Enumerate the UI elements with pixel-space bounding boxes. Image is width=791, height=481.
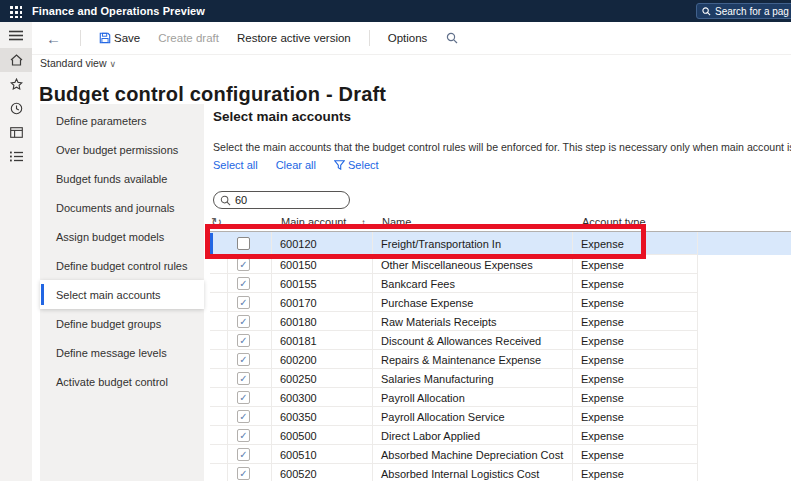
checkbox-checked[interactable]: ✓	[237, 353, 250, 366]
checkbox-checked[interactable]: ✓	[237, 315, 250, 328]
row-indicator	[210, 312, 228, 331]
column-header-name[interactable]: Name	[374, 216, 574, 228]
checkbox-checked[interactable]: ✓	[237, 467, 250, 480]
toolbar-separator	[80, 30, 81, 46]
cell-name: Payroll Allocation	[373, 388, 573, 407]
row-checkbox-cell: ✓	[228, 445, 272, 464]
back-button[interactable]: ←	[46, 31, 61, 46]
cell-name: Repairs & Maintenance Expense	[373, 350, 573, 369]
cell-main-account: 600170	[272, 293, 373, 312]
search-icon	[220, 195, 231, 206]
sidebar-item-assign-budget-models[interactable]: Assign budget models	[40, 222, 204, 251]
sidebar-item-define-budget-control-rules[interactable]: Define budget control rules	[40, 251, 204, 280]
row-indicator	[210, 350, 228, 369]
cell-main-account: 600200	[272, 350, 373, 369]
checkbox-checked[interactable]: ✓	[237, 410, 250, 423]
row-indicator	[210, 274, 228, 293]
star-icon[interactable]	[0, 72, 32, 96]
checkbox-checked[interactable]: ✓	[237, 391, 250, 404]
sidebar-item-documents-and-journals[interactable]: Documents and journals	[40, 193, 204, 222]
sidebar-item-activate-budget-control[interactable]: Activate budget control	[40, 367, 204, 396]
row-indicator	[210, 407, 228, 426]
view-selector[interactable]: Standard view ∨	[40, 57, 116, 69]
sort-ascending-icon: ↑	[361, 217, 366, 228]
cell-account-type: Expense	[573, 426, 698, 445]
sidebar-item-define-message-levels[interactable]: Define message levels	[40, 338, 204, 367]
global-search-box[interactable]: Search for a pag	[696, 3, 791, 19]
sidebar-item-define-budget-groups[interactable]: Define budget groups	[40, 309, 204, 338]
toolbar-search-button[interactable]	[446, 32, 458, 44]
table-row[interactable]: ✓600200Repairs & Maintenance ExpenseExpe…	[210, 350, 791, 369]
row-indicator	[210, 369, 228, 388]
column-header-account-type[interactable]: Account type	[574, 216, 699, 228]
cell-main-account: 600250	[272, 369, 373, 388]
checkbox-checked[interactable]: ✓	[237, 448, 250, 461]
table-row[interactable]: ✓600170Purchase ExpenseExpense	[210, 293, 791, 312]
cell-name: Raw Materials Receipts	[373, 312, 573, 331]
table-row[interactable]: ✓600150Other Miscellaneous ExpensesExpen…	[210, 255, 791, 274]
checkbox-checked[interactable]: ✓	[237, 372, 250, 385]
cell-account-type: Expense	[573, 232, 698, 255]
app-launcher-icon[interactable]	[9, 5, 22, 18]
checkbox-unchecked[interactable]	[237, 237, 250, 250]
table-row[interactable]: ✓600180Raw Materials ReceiptsExpense	[210, 312, 791, 331]
table-row[interactable]: 600120Freight/Transportation InExpense	[210, 232, 791, 255]
cell-main-account: 600350	[272, 407, 373, 426]
hamburger-menu-icon[interactable]	[0, 22, 32, 48]
modules-list-icon[interactable]	[0, 144, 32, 168]
grid-filter-input[interactable]: 60	[213, 191, 350, 209]
table-row[interactable]: ✓600181Discount & Allowances ReceivedExp…	[210, 331, 791, 350]
sidebar-item-select-main-accounts[interactable]: Select main accounts	[40, 280, 204, 309]
table-row[interactable]: ✓600250Salaries ManufacturingExpense	[210, 369, 791, 388]
refresh-icon[interactable]: ↻	[211, 216, 229, 229]
clear-all-link[interactable]: Clear all	[276, 159, 316, 171]
select-filter-link[interactable]: Select	[334, 159, 379, 171]
app-title: Finance and Operations Preview	[32, 5, 205, 17]
home-icon[interactable]	[0, 48, 32, 72]
table-row[interactable]: ✓600155Bankcard FeesExpense	[210, 274, 791, 293]
section-title: Select main accounts	[213, 109, 351, 124]
table-row[interactable]: ✓600520Absorbed Internal Logistics CostE…	[210, 464, 791, 481]
save-button[interactable]: Save	[99, 32, 140, 44]
cell-name: Other Miscellaneous Expenses	[373, 255, 573, 274]
grid-header-row: ↻ Main account ↑ Name Account type	[210, 213, 791, 232]
select-all-link[interactable]: Select all	[213, 159, 258, 171]
cell-main-account: 600510	[272, 445, 373, 464]
page-title: Budget control configuration - Draft	[39, 83, 386, 106]
checkbox-checked[interactable]: ✓	[237, 429, 250, 442]
cell-name: Salaries Manufacturing	[373, 369, 573, 388]
configuration-steps-menu: Define parametersOver budget permissions…	[40, 104, 204, 481]
row-checkbox-cell: ✓	[228, 255, 272, 274]
workspaces-icon[interactable]	[0, 120, 32, 144]
cell-main-account: 600520	[272, 464, 373, 481]
cell-account-type: Expense	[573, 293, 698, 312]
cell-main-account: 600181	[272, 331, 373, 350]
checkbox-checked[interactable]: ✓	[237, 277, 250, 290]
column-header-main-account[interactable]: Main account ↑	[273, 216, 374, 228]
checkbox-checked[interactable]: ✓	[237, 334, 250, 347]
recent-clock-icon[interactable]	[0, 96, 32, 120]
table-row[interactable]: ✓600300Payroll AllocationExpense	[210, 388, 791, 407]
checkbox-checked[interactable]: ✓	[237, 258, 250, 271]
table-row[interactable]: ✓600510Absorbed Machine Depreciation Cos…	[210, 445, 791, 464]
row-checkbox-cell: ✓	[228, 464, 272, 481]
restore-active-version-button[interactable]: Restore active version	[237, 32, 351, 44]
cell-name: Absorbed Internal Logistics Cost	[373, 464, 573, 481]
chevron-down-icon: ∨	[109, 59, 116, 69]
sidebar-item-over-budget-permissions[interactable]: Over budget permissions	[40, 135, 204, 164]
sidebar-item-define-parameters[interactable]: Define parameters	[40, 106, 204, 135]
sidebar-item-budget-funds-available[interactable]: Budget funds available	[40, 164, 204, 193]
row-indicator	[210, 331, 228, 350]
cell-account-type: Expense	[573, 407, 698, 426]
search-icon	[702, 7, 711, 16]
options-button[interactable]: Options	[388, 32, 428, 44]
row-indicator	[210, 293, 228, 312]
row-indicator	[210, 426, 228, 445]
cell-name: Absorbed Machine Depreciation Cost	[373, 445, 573, 464]
table-row[interactable]: ✓600350Payroll Allocation ServiceExpense	[210, 407, 791, 426]
checkbox-checked[interactable]: ✓	[237, 296, 250, 309]
grid-action-links: Select all Clear all Select	[213, 159, 397, 171]
filter-icon	[334, 160, 345, 170]
table-row[interactable]: ✓600500Direct Labor AppliedExpense	[210, 426, 791, 445]
row-checkbox-cell: ✓	[228, 369, 272, 388]
